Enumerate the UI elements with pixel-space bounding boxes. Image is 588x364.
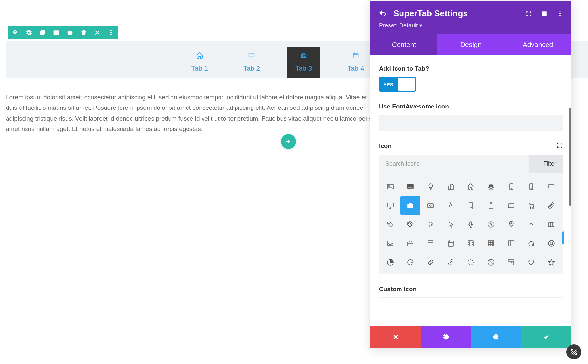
svg-rect-68 xyxy=(448,241,453,246)
tab-4[interactable]: Tab 4 xyxy=(339,47,372,78)
custom-icon-input[interactable] xyxy=(379,297,563,323)
trash-icon[interactable] xyxy=(80,29,87,36)
resize-handle[interactable] xyxy=(566,344,581,359)
lifebuoy-icon[interactable] xyxy=(541,234,562,253)
tab-1[interactable]: Tab 1 xyxy=(183,47,216,78)
menu-icon[interactable] xyxy=(557,11,563,17)
compass-icon[interactable] xyxy=(481,215,501,234)
pin-icon[interactable] xyxy=(501,215,521,234)
nosign-icon[interactable] xyxy=(481,253,501,272)
dock-icon[interactable] xyxy=(541,11,547,17)
archive-icon[interactable] xyxy=(501,253,521,272)
scrollbar-thumb[interactable] xyxy=(569,108,571,206)
undo-button[interactable] xyxy=(421,326,471,348)
panel-tabs: Content Design Advanced xyxy=(370,34,571,55)
redo-button[interactable] xyxy=(471,326,521,348)
preset-dropdown[interactable]: Preset: Default ▾ xyxy=(379,22,563,29)
panel-tab-advanced[interactable]: Advanced xyxy=(504,34,571,55)
headphones-icon[interactable] xyxy=(521,234,542,253)
duplicate-icon[interactable] xyxy=(39,29,46,36)
svg-rect-10 xyxy=(249,53,254,57)
svg-rect-48 xyxy=(428,204,433,208)
svg-rect-13 xyxy=(353,53,358,58)
move-icon[interactable] xyxy=(12,29,18,36)
panel-tab-content[interactable]: Content xyxy=(370,34,437,55)
filter-button[interactable]: Filter xyxy=(529,155,563,173)
piechart-icon[interactable] xyxy=(380,253,400,272)
tag-icon[interactable] xyxy=(380,215,400,234)
svg-rect-21 xyxy=(542,12,546,16)
svg-rect-2 xyxy=(54,31,59,35)
add-icon-toggle[interactable]: YES xyxy=(379,77,416,92)
cart-icon[interactable] xyxy=(521,196,542,215)
atom-icon[interactable] xyxy=(481,177,501,196)
spinner-icon[interactable] xyxy=(461,253,481,272)
mobile-icon[interactable] xyxy=(501,177,521,196)
mail-icon[interactable] xyxy=(420,196,441,215)
home2-icon[interactable] xyxy=(461,177,481,196)
svg-line-94 xyxy=(489,260,493,264)
paperclip-icon[interactable] xyxy=(541,196,562,215)
calendar2-icon[interactable] xyxy=(441,234,461,253)
link2-icon[interactable] xyxy=(441,253,461,272)
monitor-icon xyxy=(248,52,255,60)
link-icon[interactable] xyxy=(420,253,441,272)
card-icon[interactable] xyxy=(501,196,521,215)
svg-rect-84 xyxy=(509,241,514,246)
close-icon[interactable] xyxy=(94,29,101,36)
clipboard-icon[interactable] xyxy=(481,196,501,215)
expand-icon[interactable] xyxy=(556,142,563,150)
cursor-icon[interactable] xyxy=(441,215,461,234)
add-module-button[interactable] xyxy=(281,134,296,149)
fontawesome-input[interactable] xyxy=(379,115,563,131)
inbox-icon[interactable] xyxy=(380,234,400,253)
gift-icon[interactable] xyxy=(441,177,461,196)
back-icon[interactable] xyxy=(379,9,386,18)
mobile2-icon[interactable] xyxy=(521,177,542,196)
pushpin-icon[interactable] xyxy=(521,215,542,234)
tab-label: Tab 4 xyxy=(347,64,364,72)
toggle-value: YES xyxy=(379,82,393,87)
briefcase-icon[interactable] xyxy=(400,234,421,253)
columns-icon[interactable] xyxy=(53,29,59,36)
tab-2[interactable]: Tab 2 xyxy=(236,47,268,78)
tab-label: Tab 2 xyxy=(243,64,260,72)
camera-icon xyxy=(300,52,307,60)
more-icon[interactable] xyxy=(108,29,114,36)
svg-rect-79 xyxy=(488,241,494,246)
fontawesome-label: Use FontAwesome Icon xyxy=(379,103,563,110)
mic-icon[interactable] xyxy=(461,215,481,234)
search-icons-input[interactable] xyxy=(379,155,529,173)
map-icon[interactable] xyxy=(541,215,562,234)
grid-icon[interactable] xyxy=(481,234,501,253)
laptop-icon[interactable] xyxy=(541,177,562,196)
refresh-icon[interactable] xyxy=(400,253,421,272)
trash2-icon[interactable] xyxy=(420,215,441,234)
focus-icon[interactable] xyxy=(526,11,531,17)
tab-label: Tab 3 xyxy=(295,64,312,72)
gear-icon[interactable] xyxy=(25,29,32,36)
svg-point-8 xyxy=(110,32,111,33)
bulb-icon[interactable] xyxy=(420,177,441,196)
power-icon[interactable] xyxy=(67,29,73,36)
tab-3[interactable]: Tab 3 xyxy=(287,47,320,78)
panel-tab-design[interactable]: Design xyxy=(437,34,504,55)
svg-point-9 xyxy=(110,34,111,35)
heart-icon[interactable] xyxy=(521,253,542,272)
window-icon[interactable] xyxy=(420,234,441,253)
tags-icon[interactable] xyxy=(400,215,421,234)
image-icon[interactable] xyxy=(380,177,400,196)
star-icon[interactable] xyxy=(541,253,562,272)
svg-point-92 xyxy=(468,260,473,265)
image-filled-icon[interactable] xyxy=(400,177,421,196)
camera-icon[interactable] xyxy=(400,196,421,215)
film-icon[interactable] xyxy=(461,234,481,253)
save-button[interactable] xyxy=(521,326,571,348)
sidepanel-icon[interactable] xyxy=(501,234,521,253)
cone-icon[interactable] xyxy=(441,196,461,215)
panel-body[interactable]: Add Icon to Tab? YES Use FontAwesome Ico… xyxy=(370,55,571,326)
desktop-icon[interactable] xyxy=(380,196,400,215)
cancel-button[interactable] xyxy=(370,326,421,348)
svg-line-89 xyxy=(552,241,554,242)
bookmark-icon[interactable] xyxy=(461,196,481,215)
